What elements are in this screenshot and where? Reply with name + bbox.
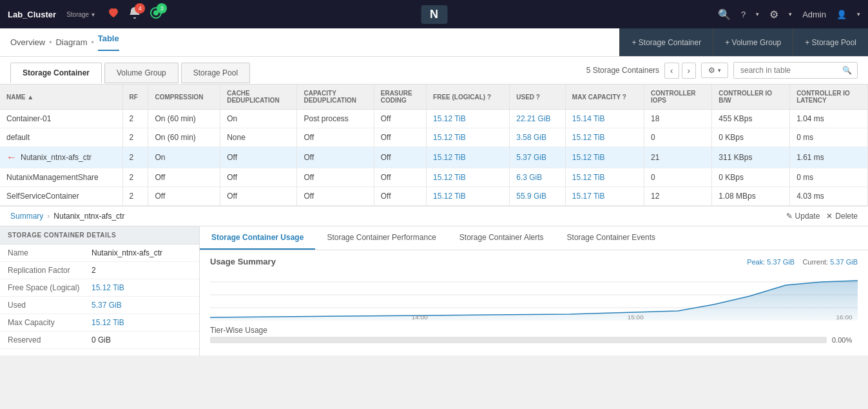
cell-max-capacity[interactable]: 15.12 TiB (565, 168, 644, 187)
cell-max-capacity[interactable]: 15.14 TiB (565, 110, 644, 128)
storage-dropdown[interactable]: Storage ▾ (66, 11, 95, 18)
tab-container-alerts[interactable]: Storage Container Alerts (448, 226, 555, 250)
cell-rf: 2 (122, 147, 148, 168)
tab-container-usage[interactable]: Storage Container Usage (200, 226, 315, 250)
health-icon[interactable] (108, 7, 119, 21)
table-row[interactable]: SelfServiceContainer2OffOffOffOff15.12 T… (0, 187, 868, 206)
col-free: FREE (LOGICAL) ? (427, 85, 510, 110)
summary-link[interactable]: Summary (10, 212, 43, 221)
col-controller-bw: CONTROLLER IOB/W (712, 85, 790, 110)
help-label[interactable]: ? (741, 10, 746, 19)
usage-chart-legend: Peak: 5.37 GiB Current: 5.37 GiB (747, 258, 858, 266)
update-button[interactable]: ✎ Update (786, 212, 820, 221)
add-volume-group-label: + Volume Group (725, 38, 781, 47)
breadcrumb-overview[interactable]: Overview (10, 37, 45, 47)
cell-cache-dedup: On (220, 110, 297, 128)
usage-summary-title: Usage Summary (210, 257, 276, 266)
cell-free[interactable]: 15.12 TiB (427, 147, 510, 168)
cell-name[interactable]: SelfServiceContainer (0, 187, 122, 206)
table-row[interactable]: default2On (60 min)NoneOffOff15.12 TiB3.… (0, 128, 868, 147)
admin-dropdown-icon: ▾ (857, 11, 860, 17)
usage-chart-area: 14:00 15:00 16:00 (210, 269, 858, 321)
cell-used[interactable]: 3.58 GiB (510, 128, 566, 147)
detail-value[interactable]: 15.12 TiB (92, 318, 124, 327)
col-controller-latency: CONTROLLER IOLATENCY (790, 85, 868, 110)
table-row[interactable]: Container-012On (60 min)OnPost processOf… (0, 110, 868, 128)
cell-free[interactable]: 15.12 TiB (427, 128, 510, 147)
cell-max-capacity[interactable]: 15.12 TiB (565, 147, 644, 168)
user-icon[interactable]: 👤 (836, 10, 847, 19)
details-panel-header: STORAGE CONTAINER DETAILS (0, 226, 199, 244)
cell-name[interactable]: ←Nutanix_ntnx-afs_ctr (0, 147, 122, 168)
cell-name[interactable]: Container-01 (0, 110, 122, 128)
cell-max-capacity[interactable]: 15.12 TiB (565, 128, 644, 147)
add-volume-group-button[interactable]: + Volume Group (713, 28, 793, 56)
cell-free[interactable]: 15.12 TiB (427, 110, 510, 128)
detail-value[interactable]: 5.37 GiB (92, 301, 122, 310)
detail-row: Name Nutanix_ntnx-afs_ctr (0, 244, 199, 262)
cell-used[interactable]: 55.9 GiB (510, 187, 566, 206)
settings-dropdown-icon: ▾ (718, 67, 721, 74)
breadcrumb-diagram[interactable]: Diagram (55, 37, 87, 47)
cell-capacity-dedup: Post process (297, 110, 374, 128)
cell-name[interactable]: default (0, 128, 122, 147)
tab-container-performance[interactable]: Storage Container Performance (315, 226, 447, 250)
table-row[interactable]: NutanixManagementShare2OffOffOffOff15.12… (0, 168, 868, 187)
cell-capacity-dedup: Off (297, 168, 374, 187)
cell-latency: 4.03 ms (790, 187, 868, 206)
breadcrumb-separator: › (47, 212, 50, 221)
detail-breadcrumb: Summary › Nutanix_ntnx-afs_ctr ✎ Update … (0, 206, 868, 226)
tab-storage-pool[interactable]: Storage Pool (181, 63, 250, 83)
details-tabs-panel: Storage Container Usage Storage Containe… (200, 226, 868, 355)
alerts-icon[interactable]: 4 (130, 7, 140, 21)
search-submit-icon[interactable]: 🔍 (837, 63, 857, 78)
delete-button[interactable]: ✕ Delete (826, 212, 858, 221)
storage-label: Storage (66, 11, 89, 18)
cell-cache-dedup: None (220, 128, 297, 147)
cell-max-capacity[interactable]: 15.17 TiB (565, 187, 644, 206)
cell-cache-dedup: Off (220, 147, 297, 168)
cell-latency: 1.61 ms (790, 147, 868, 168)
cell-free[interactable]: 15.12 TiB (427, 187, 510, 206)
next-page-button[interactable]: › (682, 63, 696, 79)
settings-icon[interactable]: ⚙ (769, 8, 778, 21)
table-settings-button[interactable]: ⚙ ▾ (701, 63, 728, 78)
nav-right-actions: 🔍 ? ▾ ⚙ ▾ Admin 👤 ▾ (718, 8, 860, 21)
col-name[interactable]: NAME (0, 85, 122, 110)
tab-storage-container[interactable]: Storage Container (10, 63, 102, 83)
cell-erasure: Off (374, 110, 426, 128)
cell-used[interactable]: 22.21 GiB (510, 110, 566, 128)
detail-value[interactable]: 15.12 TiB (92, 283, 124, 292)
detail-label: Name (8, 248, 92, 257)
cell-free[interactable]: 15.12 TiB (427, 168, 510, 187)
cell-bw: 455 KBps (712, 110, 790, 128)
cell-compression: On (60 min) (148, 128, 220, 147)
cell-name[interactable]: NutanixManagementShare (0, 168, 122, 187)
detail-row: Reserved 0 GiB (0, 332, 199, 349)
help-dropdown-icon: ▾ (756, 11, 759, 17)
search-input[interactable] (734, 63, 837, 78)
add-storage-pool-button[interactable]: + Storage Pool (793, 28, 868, 56)
add-storage-container-button[interactable]: + Storage Container (619, 28, 713, 56)
current-container-label: Nutanix_ntnx-afs_ctr (53, 212, 124, 221)
detail-row: Replication Factor 2 (0, 262, 199, 279)
cell-latency: 0 ms (790, 128, 868, 147)
search-icon[interactable]: 🔍 (718, 8, 731, 21)
detail-label: Reserved (8, 335, 92, 344)
prev-page-button[interactable]: ‹ (664, 63, 679, 79)
detail-row: Used 5.37 GiB (0, 297, 199, 314)
chevron-down-icon: ▾ (92, 11, 95, 18)
tab-bar-right: 5 Storage Containers ‹ › ⚙ ▾ 🔍 (586, 62, 858, 84)
col-used: USED ? (510, 85, 566, 110)
cell-used[interactable]: 5.37 GiB (510, 147, 566, 168)
storage-container-table: NAME RF COMPRESSION CACHEDEDUPLICATION C… (0, 85, 868, 206)
cell-erasure: Off (374, 187, 426, 206)
cell-used[interactable]: 6.3 GiB (510, 168, 566, 187)
table-row[interactable]: ←Nutanix_ntnx-afs_ctr2OnOffOffOff15.12 T… (0, 147, 868, 168)
detail-label: Replication Factor (8, 266, 92, 275)
tab-volume-group[interactable]: Volume Group (104, 63, 178, 83)
cell-iops: 21 (644, 147, 712, 168)
tab-container-events[interactable]: Storage Container Events (555, 226, 667, 250)
svg-text:16:00: 16:00 (836, 314, 853, 321)
tasks-icon[interactable]: 3 (150, 7, 162, 21)
